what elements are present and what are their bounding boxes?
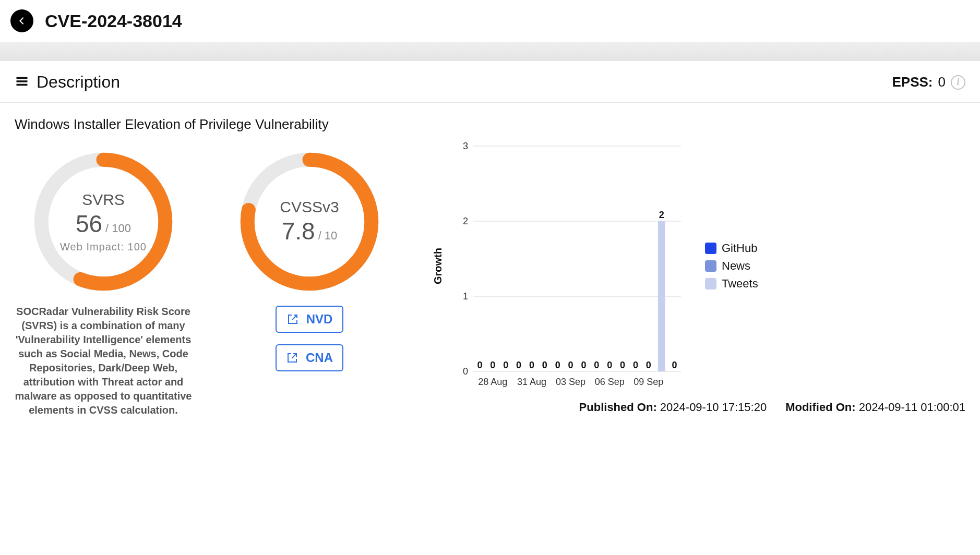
legend-swatch <box>705 243 716 254</box>
meta-row: Published On: 2024-09-10 17:15:20 Modifi… <box>432 391 965 414</box>
svrs-webimpact: Web Impact: 100 <box>60 241 147 253</box>
svg-text:0: 0 <box>490 360 495 370</box>
cvss-max: / 10 <box>318 229 338 243</box>
svrs-value: 56 <box>76 210 102 238</box>
page-header: CVE-2024-38014 <box>0 0 980 42</box>
svrs-gauge-col: SVRS 56 / 100 Web Impact: 100 SOCRadar V… <box>15 151 192 417</box>
chart-ylabel: Growth <box>432 248 444 284</box>
svg-text:0: 0 <box>672 360 677 370</box>
description-text: Windows Installer Elevation of Privilege… <box>0 103 980 136</box>
svg-rect-26 <box>658 221 665 371</box>
legend-label: GitHub <box>722 242 757 255</box>
cna-link-button[interactable]: CNA <box>276 344 343 371</box>
epss-readout: EPSS: 0 i <box>892 74 966 90</box>
back-button[interactable] <box>10 9 33 32</box>
info-icon[interactable]: i <box>951 75 965 90</box>
svrs-max: / 100 <box>105 222 131 235</box>
page-title: CVE-2024-38014 <box>45 11 182 31</box>
svg-text:0: 0 <box>477 360 482 370</box>
svg-text:06 Sep: 06 Sep <box>595 377 625 387</box>
cvss-gauge: CVSSv3 7.8 / 10 <box>239 151 380 292</box>
legend-label: News <box>722 259 750 273</box>
svg-text:0: 0 <box>646 360 651 370</box>
svg-text:0: 0 <box>581 360 586 370</box>
svg-text:03 Sep: 03 Sep <box>556 377 585 387</box>
svg-text:2: 2 <box>463 216 468 226</box>
content-row: SVRS 56 / 100 Web Impact: 100 SOCRadar V… <box>0 136 980 424</box>
svg-text:0: 0 <box>542 360 547 370</box>
svg-text:1: 1 <box>463 291 468 301</box>
cna-link-label: CNA <box>306 351 333 365</box>
epss-label: EPSS: <box>892 74 933 90</box>
svg-text:0: 0 <box>594 360 599 370</box>
growth-chart-panel: Growth 0123000000000000002028 Aug31 Aug0… <box>401 141 965 417</box>
svg-text:0: 0 <box>620 360 625 370</box>
section-title: Description <box>37 73 120 92</box>
svg-text:3: 3 <box>463 141 468 151</box>
divider-strip <box>0 42 980 61</box>
gauges-group: SVRS 56 / 100 Web Impact: 100 SOCRadar V… <box>15 141 380 417</box>
svg-text:0: 0 <box>463 366 468 377</box>
legend-item[interactable]: News <box>705 259 758 273</box>
svg-text:09 Sep: 09 Sep <box>634 377 663 387</box>
legend-swatch <box>705 278 716 289</box>
external-link-icon <box>286 313 299 325</box>
chart-plot-area: 0123000000000000002028 Aug31 Aug03 Sep06… <box>455 141 684 391</box>
chart-legend: GitHubNewsTweets <box>695 242 758 291</box>
published-on: Published On: 2024-09-10 17:15:20 <box>579 401 767 414</box>
svg-text:31 Aug: 31 Aug <box>517 377 546 387</box>
cvss-value: 7.8 <box>282 217 315 245</box>
list-icon <box>15 74 29 91</box>
svrs-description: SOCRadar Vulnerability Risk Score (SVRS)… <box>15 305 192 417</box>
svg-text:0: 0 <box>633 360 638 370</box>
svg-text:0: 0 <box>568 360 573 370</box>
epss-value: 0 <box>938 74 946 90</box>
legend-label: Tweets <box>722 277 758 291</box>
external-link-icon <box>286 352 298 364</box>
cvss-name: CVSSv3 <box>280 198 339 216</box>
nvd-link-button[interactable]: NVD <box>276 306 343 333</box>
svg-text:0: 0 <box>555 360 560 370</box>
legend-item[interactable]: GitHub <box>705 242 758 255</box>
legend-swatch <box>705 260 716 272</box>
svg-text:0: 0 <box>503 360 508 370</box>
svg-text:28 Aug: 28 Aug <box>478 377 507 387</box>
legend-item[interactable]: Tweets <box>705 277 758 291</box>
svg-text:0: 0 <box>607 360 612 370</box>
arrow-left-icon <box>16 15 28 27</box>
nvd-link-label: NVD <box>306 312 333 327</box>
svg-text:0: 0 <box>529 360 534 370</box>
section-header: Description EPSS: 0 i <box>0 61 980 103</box>
cvss-gauge-col: CVSSv3 7.8 / 10 NVD CNA <box>239 151 380 417</box>
svg-text:2: 2 <box>659 210 664 220</box>
svrs-name: SVRS <box>82 191 125 209</box>
svrs-gauge: SVRS 56 / 100 Web Impact: 100 <box>33 151 174 292</box>
modified-on: Modified On: 2024-09-11 01:00:01 <box>785 401 965 414</box>
external-links: NVD CNA <box>276 306 343 371</box>
svg-text:0: 0 <box>516 360 521 370</box>
